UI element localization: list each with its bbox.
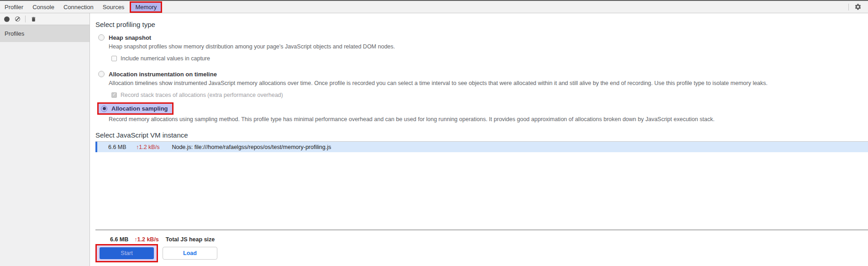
option-description: Heap snapshot profiles show memory distr… — [95, 43, 868, 50]
checkbox-label: Include numerical values in capture — [121, 55, 210, 62]
total-heap-size-value: 6.6 MB — [110, 236, 128, 243]
checkbox-checked-icon — [111, 92, 117, 98]
option-description: Allocation timelines show instrumented J… — [95, 80, 868, 87]
load-button[interactable]: Load — [163, 247, 217, 260]
tab-connection[interactable]: Connection — [59, 1, 98, 13]
devtools-window: Profiler Console Connection Sources Memo… — [0, 0, 868, 266]
radio-allocation-sampling[interactable]: Allocation sampling — [111, 105, 168, 112]
start-button[interactable]: Start — [100, 247, 154, 259]
total-heap-rate: ↑1.2 kB/s — [134, 236, 159, 243]
tab-bar: Profiler Console Connection Sources Memo… — [0, 0, 868, 13]
sidebar-body — [0, 42, 89, 266]
radio-selected-icon — [101, 106, 107, 112]
vm-instance-name: Node.js: file:///home/rafaelgss/repos/os… — [172, 144, 331, 150]
action-buttons: Start Load — [95, 244, 868, 262]
tab-sources[interactable]: Sources — [98, 1, 129, 13]
radio-allocation-instrumentation[interactable]: Allocation instrumentation on timeline — [95, 70, 868, 78]
checkbox-record-stack-traces[interactable]: Record stack traces of allocations (extr… — [111, 91, 868, 99]
toolbar-separator — [848, 4, 849, 11]
radio-heap-snapshot[interactable]: Heap snapshot — [95, 33, 868, 42]
sidebar-profiles-header[interactable]: Profiles — [0, 25, 89, 42]
memory-tab-annotation: Memory — [130, 1, 162, 13]
profiling-type-heading: Select profiling type — [95, 20, 868, 29]
vm-heap-size: 6.6 MB — [108, 144, 129, 150]
radio-icon — [98, 71, 105, 77]
checkbox-icon — [111, 56, 117, 61]
vm-instance-row[interactable]: 6.6 MB ↑1.2 kB/s Node.js: file:///home/r… — [95, 142, 868, 152]
toolbar-separator — [25, 16, 26, 22]
total-heap-summary: 6.6 MB ↑1.2 kB/s Total JS heap size — [95, 236, 868, 243]
tabbar-right — [848, 3, 868, 11]
tab-console[interactable]: Console — [28, 1, 59, 13]
tab-memory[interactable]: Memory — [131, 3, 161, 11]
vm-allocation-rate: ↑1.2 kB/s — [136, 144, 159, 150]
checkbox-include-numerical-values[interactable]: Include numerical values in capture — [111, 55, 868, 62]
option-label: Heap snapshot — [109, 34, 151, 41]
checkbox-label: Record stack traces of allocations (extr… — [121, 92, 283, 98]
radio-icon — [98, 34, 105, 41]
allocation-sampling-annotation: Allocation sampling — [97, 102, 174, 115]
delete-profile-icon[interactable] — [31, 16, 37, 22]
profiles-sidebar: Profiles — [0, 13, 90, 266]
option-label: Allocation instrumentation on timeline — [109, 71, 217, 78]
settings-gear-icon[interactable] — [854, 3, 862, 11]
vm-instance-heading: Select JavaScript VM instance — [95, 131, 868, 140]
tab-profiler[interactable]: Profiler — [0, 1, 28, 13]
profiles-toolbar — [0, 13, 89, 25]
vm-instance-list: 6.6 MB ↑1.2 kB/s Node.js: file:///home/r… — [95, 141, 868, 230]
option-description: Record memory allocations using sampling… — [95, 116, 868, 123]
start-button-annotation: Start — [95, 244, 158, 262]
record-icon[interactable] — [4, 16, 10, 22]
memory-panel: Select profiling type Heap snapshot Heap… — [90, 13, 868, 266]
clear-all-icon[interactable] — [15, 16, 20, 21]
total-heap-label: Total JS heap size — [166, 236, 215, 243]
